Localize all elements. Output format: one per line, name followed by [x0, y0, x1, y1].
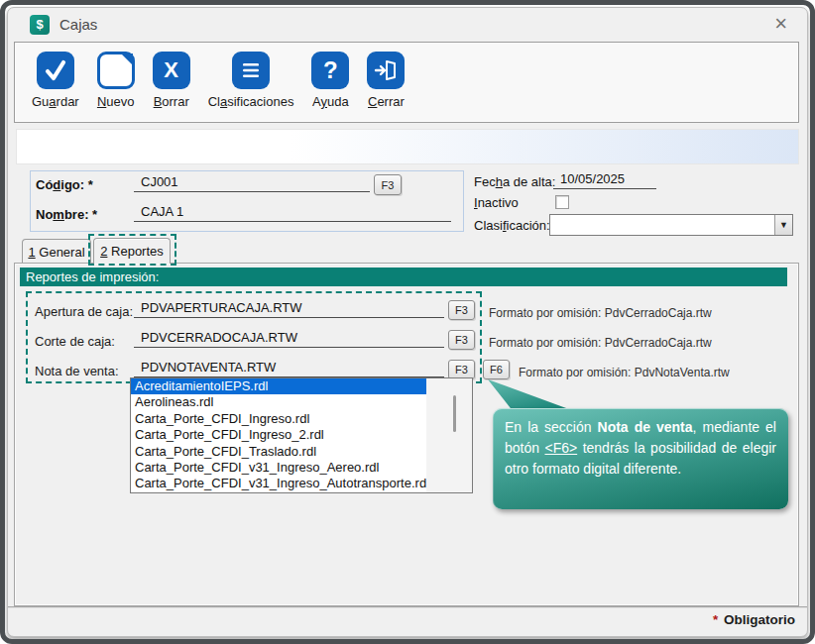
dollar-icon: $ — [36, 17, 43, 32]
title-bar: $ Cajas × — [8, 8, 807, 41]
callout-f6-ref: <F6> — [544, 440, 577, 456]
callout-bold-text: Nota de venta — [598, 419, 693, 435]
ayuda-label: Ayuda — [312, 94, 349, 109]
tab-highlight-annotation — [88, 234, 176, 266]
list-item[interactable]: AcreditamientoIEPS.rdl — [131, 378, 426, 394]
corte-f3-button[interactable]: F3 — [448, 330, 475, 350]
page-fold-icon — [121, 54, 133, 65]
header-banner — [16, 129, 799, 164]
scrollbar-track[interactable] — [426, 378, 472, 492]
nuevo-button[interactable]: Nuevo — [88, 50, 144, 111]
status-bar: * Obligatorio — [8, 608, 807, 637]
new-page-icon — [97, 52, 135, 89]
clasificaciones-button[interactable]: Clasificaciones — [199, 50, 303, 111]
delete-x-icon: X — [153, 52, 190, 89]
required-asterisk: * — [713, 612, 718, 627]
callout-text: En la sección — [505, 419, 598, 435]
codigo-f3-button[interactable]: F3 — [374, 174, 402, 195]
clasificaciones-label: Clasificaciones — [208, 94, 294, 109]
nota-venta-field[interactable]: PDVNOTAVENTA.RTW — [134, 360, 444, 377]
codigo-label: Código: * — [36, 177, 93, 192]
corte-default-format: Formato por omisión: PdvCerradoCaja.rtw — [489, 336, 712, 350]
list-icon — [232, 52, 270, 89]
list-item[interactable]: Carta_Porte_CFDI_v31_Ingreso_Aereo.rdl — [131, 460, 426, 476]
codigo-field[interactable]: CJ001 — [134, 174, 370, 192]
inactivo-checkbox[interactable] — [555, 195, 569, 209]
screenshot-stage: $ Cajas × Guardar Nuevo X Borrar — [0, 0, 815, 644]
scrollbar-thumb[interactable] — [453, 395, 456, 432]
app-icon: $ — [30, 15, 50, 35]
obligatorio-note: * Obligatorio — [713, 612, 795, 627]
nombre-field[interactable]: CAJA 1 — [134, 204, 451, 222]
borrar-button[interactable]: X Borrar — [144, 50, 199, 111]
inactivo-label: Inactivo — [474, 195, 519, 210]
nuevo-label: Nuevo — [97, 94, 135, 109]
guardar-button[interactable]: Guardar — [23, 50, 88, 111]
list-item[interactable]: Aerolineas.rdl — [131, 394, 426, 410]
nombre-label: Nombre: * — [36, 207, 97, 222]
question-icon: ? — [311, 52, 349, 89]
cerrar-label: Cerrar — [368, 94, 405, 109]
guardar-label: Guardar — [32, 94, 79, 109]
list-item[interactable]: Carta_Porte_CFDI_Traslado.rdl — [131, 444, 426, 460]
apertura-label: Apertura de caja: — [35, 304, 133, 319]
close-icon[interactable]: × — [770, 12, 791, 36]
apertura-default-format: Formato por omisión: PdvCerradoCaja.rtw — [489, 306, 712, 320]
exit-door-icon — [367, 52, 405, 89]
cerrar-button[interactable]: Cerrar — [358, 50, 413, 111]
fecha-alta-label: Fecha de alta: — [474, 174, 555, 189]
check-icon — [37, 52, 74, 89]
list-item[interactable]: Carta_Porte_CFDI_Ingreso_2.rdl — [131, 427, 426, 443]
section-header: Reportes de impresión: — [20, 268, 787, 286]
fecha-alta-field[interactable]: 10/05/2025 — [553, 171, 656, 189]
nota-venta-f3-button[interactable]: F3 — [448, 360, 475, 379]
nota-venta-label: Nota de venta: — [35, 364, 119, 378]
format-listbox[interactable]: AcreditamientoIEPS.rdl Aerolineas.rdl Ca… — [130, 377, 473, 493]
apertura-field[interactable]: PDVAPERTURACAJA.RTW — [134, 300, 444, 318]
list-item[interactable]: Carta_Porte_CFDI_Ingreso.rdl — [131, 411, 426, 427]
borrar-label: Borrar — [154, 94, 189, 109]
callout: En la sección Nota de venta, mediante el… — [493, 408, 788, 509]
tab-general[interactable]: 1 General — [22, 239, 91, 264]
toolbar: Guardar Nuevo X Borrar Clasificaciones ?… — [14, 42, 799, 123]
window-title: Cajas — [59, 16, 97, 33]
clasificacion-value — [550, 215, 774, 235]
corte-field[interactable]: PDVCERRADOCAJA.RTW — [134, 330, 444, 348]
apertura-f3-button[interactable]: F3 — [448, 300, 475, 320]
ayuda-button[interactable]: ? Ayuda — [302, 50, 358, 111]
clasificacion-label: Clasificación: — [474, 218, 550, 233]
list-item[interactable]: Carta_Porte_CFDI_v31_Ingreso_Autotranspo… — [131, 476, 426, 491]
clasificacion-combo[interactable]: ▼ — [549, 214, 793, 236]
cajas-window: $ Cajas × Guardar Nuevo X Borrar — [7, 7, 808, 637]
corte-label: Corte de caja: — [35, 334, 115, 349]
chevron-down-icon[interactable]: ▼ — [774, 215, 792, 235]
